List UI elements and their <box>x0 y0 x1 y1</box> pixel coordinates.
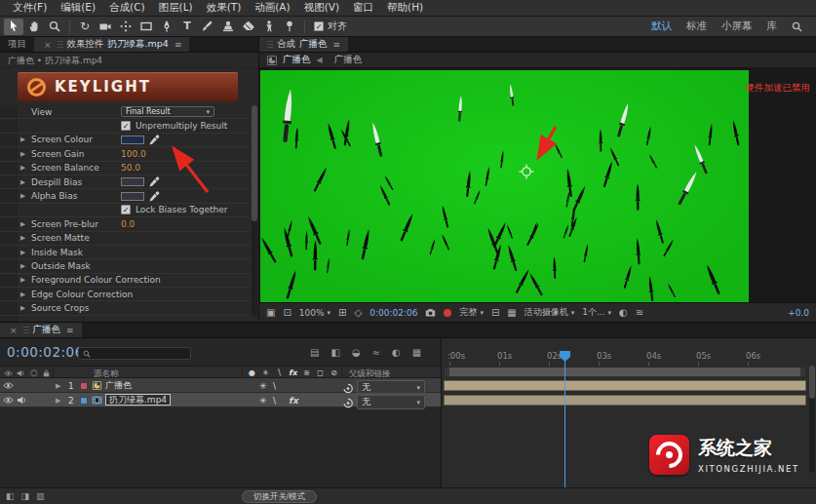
screen-balance-value[interactable]: 50.0 <box>121 163 140 173</box>
workspace-search-icon[interactable] <box>792 21 802 32</box>
transparency-grid-icon[interactable]: ▦ <box>507 307 516 318</box>
puppet-pin-tool[interactable] <box>280 19 299 35</box>
hand-tool[interactable] <box>24 19 44 35</box>
eyedropper-icon[interactable] <box>149 176 160 187</box>
shape-tool[interactable] <box>136 19 156 35</box>
label-color-chip[interactable] <box>80 382 88 390</box>
speaker-icon[interactable] <box>17 396 27 405</box>
twirl-icon[interactable]: ▶ <box>20 178 31 186</box>
workspace-default[interactable]: 默认 <box>651 19 672 33</box>
current-comp-name[interactable]: 广播色 <box>283 54 311 66</box>
workspace-libraries[interactable]: 库 <box>767 19 778 33</box>
snap-checkbox[interactable]: ✓ <box>314 21 324 31</box>
menu-item-help[interactable]: 帮助(H) <box>380 1 430 15</box>
screen-colour-swatch[interactable] <box>121 136 144 144</box>
twirl-icon[interactable]: ▶ <box>20 150 31 158</box>
twirl-icon[interactable]: ▶ <box>20 291 31 298</box>
twirl-icon[interactable]: ▶ <box>20 164 31 172</box>
layer-duration-bar-2[interactable] <box>444 395 806 406</box>
zoom-tool[interactable] <box>45 19 64 35</box>
toggle-switches-modes-button[interactable]: 切换开关/模式 <box>242 490 317 503</box>
expand-transfer-modes-icon[interactable]: ◨ <box>21 491 30 501</box>
collapse-switch[interactable]: ✳ <box>259 378 272 393</box>
menu-item-view[interactable]: 视图(V) <box>297 1 346 15</box>
preview-timecode[interactable]: 0:00:02:06 <box>369 308 417 318</box>
twirl-icon[interactable]: ▶ <box>56 378 60 393</box>
twirl-icon[interactable]: ▶ <box>20 304 31 312</box>
always-preview-icon[interactable]: ▣ <box>266 307 275 318</box>
fast-previews-icon[interactable]: ≋ <box>636 307 643 318</box>
magnification-dropdown[interactable]: 100%▾ <box>299 308 330 318</box>
menu-item-edit[interactable]: 编辑(E) <box>54 1 102 15</box>
alpha-bias-swatch[interactable] <box>121 192 144 201</box>
current-time-display[interactable]: 0:00:02:06 <box>7 344 84 360</box>
green-screen-footage[interactable] <box>260 70 749 302</box>
eye-icon[interactable] <box>3 396 14 405</box>
rotation-tool[interactable]: ↻ <box>75 19 95 35</box>
quality-switch[interactable]: \ <box>273 393 286 407</box>
twirl-icon[interactable]: ▶ <box>20 262 31 270</box>
parent-dropdown[interactable]: 无▾ <box>357 395 425 409</box>
menu-item-layer[interactable]: 图层(L) <box>152 1 200 15</box>
menu-item-effect[interactable]: 效果(T) <box>200 1 249 15</box>
expand-layer-switches-icon[interactable]: ◧ <box>6 491 15 501</box>
main-viewer-icon[interactable]: ⊡ <box>283 307 291 318</box>
despill-bias-swatch[interactable] <box>121 177 144 186</box>
panel-menu-icon[interactable]: ≡ <box>333 40 341 50</box>
layer-row-2[interactable]: ▶ 2 扔刀绿幕.mp4 ✳ \ fx 无▾ <box>0 393 441 407</box>
eyedropper-icon[interactable] <box>149 191 160 202</box>
clone-stamp-tool[interactable] <box>218 19 238 35</box>
layer-row-1[interactable]: ▶ 1 广播色 ✳ \ 无▾ <box>0 378 441 393</box>
twirl-icon[interactable]: ▶ <box>20 220 31 228</box>
camera-tool[interactable] <box>96 19 115 35</box>
snapshot-icon[interactable] <box>425 307 436 318</box>
workspace-standard[interactable]: 标准 <box>686 19 707 33</box>
layer-name[interactable]: 扔刀绿幕.mp4 <box>105 394 171 406</box>
pixel-aspect-icon[interactable]: ◐ <box>619 307 628 318</box>
composition-viewer[interactable]: 硬件加速已禁用 <box>259 68 816 302</box>
collapse-switch[interactable]: ✳ <box>259 393 272 407</box>
mask-visibility-icon[interactable]: ◇ <box>354 307 362 318</box>
hide-shy-icon[interactable]: ◒ <box>352 347 361 358</box>
twirl-icon[interactable]: ▶ <box>56 393 60 407</box>
close-icon[interactable]: × <box>8 326 19 335</box>
tab-effect-controls[interactable]: × 效果控件 扔刀绿幕.mp4 ≡ <box>34 37 189 52</box>
twirl-icon[interactable]: ▶ <box>20 234 31 242</box>
roto-brush-tool[interactable] <box>259 19 279 35</box>
eyedropper-icon[interactable] <box>149 135 160 145</box>
screen-preblur-value[interactable]: 0.0 <box>121 219 135 229</box>
workspace-small-screen[interactable]: 小屏幕 <box>721 19 753 33</box>
tab-project[interactable]: 项目 <box>0 37 34 52</box>
timeline-search-input[interactable] <box>95 349 182 359</box>
twirl-icon[interactable]: ▶ <box>20 249 31 256</box>
layer-duration-bar-1[interactable] <box>444 380 806 391</box>
layer-name[interactable]: 广播色 <box>105 378 132 393</box>
panel-menu-icon[interactable]: ≡ <box>66 326 74 335</box>
menu-item-file[interactable]: 文件(F) <box>6 1 54 15</box>
screen-gain-value[interactable]: 100.0 <box>121 149 146 159</box>
snap-toggle[interactable]: ✓ 对齐 <box>314 19 347 33</box>
menu-item-window[interactable]: 窗口 <box>346 1 380 15</box>
graph-editor-icon[interactable]: ▦ <box>412 347 421 358</box>
unpremultiply-checkbox[interactable]: ✓ <box>121 121 131 131</box>
menu-item-animation[interactable]: 动画(A) <box>248 1 296 15</box>
type-tool[interactable]: T <box>177 19 197 35</box>
scrollbar[interactable] <box>252 105 257 316</box>
close-icon[interactable]: × <box>42 40 54 50</box>
show-channel-icon[interactable] <box>444 309 451 317</box>
tab-timeline-comp[interactable]: × 广播色 ≡ <box>0 323 82 337</box>
eraser-tool[interactable] <box>239 19 258 35</box>
tab-composition[interactable]: 合成 广播色 ≡ <box>259 37 348 52</box>
timeline-scrollbar[interactable] <box>809 366 815 473</box>
eye-icon[interactable] <box>3 381 14 390</box>
exposure-value[interactable]: +0.0 <box>788 308 809 318</box>
resolution-dropdown[interactable]: 完整▾ <box>459 306 484 319</box>
view-dropdown[interactable]: Final Result▾ <box>121 106 214 117</box>
pen-tool[interactable] <box>157 19 176 35</box>
pickwhip-icon[interactable] <box>343 396 353 410</box>
quality-switch[interactable]: \ <box>273 378 286 393</box>
motion-blur-icon[interactable]: ◐ <box>392 347 401 358</box>
camera-view-dropdown[interactable]: 活动摄像机▾ <box>525 306 575 319</box>
effects-switch[interactable]: fx <box>289 393 298 407</box>
label-color-chip[interactable] <box>80 397 88 405</box>
